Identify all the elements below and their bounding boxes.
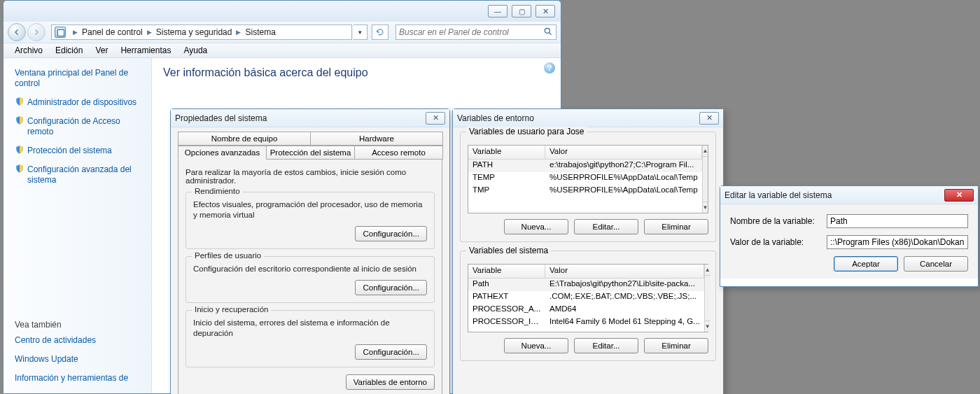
admin-hint: Para realizar la mayoría de estos cambio… — [186, 168, 435, 185]
sidebar-item-label: Configuración de Acceso remoto — [27, 116, 120, 136]
scrollbar[interactable]: ▲ ▼ — [702, 146, 708, 213]
minimize-button[interactable]: — — [488, 5, 507, 17]
list-item[interactable]: TEMP %USERPROFILE%\AppData\Local\Temp — [468, 172, 702, 185]
chevron-right-icon: ▶ — [236, 29, 241, 36]
startup-settings-button[interactable]: Configuración... — [355, 344, 427, 360]
nav-row: ▶ Panel de control ▶ Sistema y seguridad… — [4, 22, 561, 43]
group-legend: Perfiles de usuario — [192, 251, 264, 260]
menu-edicion[interactable]: Edición — [50, 44, 88, 57]
dialog-title: Propiedades del sistema — [175, 113, 267, 123]
sidebar-home-link[interactable]: Ventana principal del Panel de control — [15, 65, 141, 92]
list-item[interactable]: PROCESSOR_ID... Intel64 Family 6 Model 6… — [468, 316, 704, 329]
list-item[interactable]: PROCESSOR_A... AMD64 — [468, 304, 704, 316]
list-item[interactable]: PATH e:\trabajos\git\python27;C:\Program… — [468, 160, 702, 172]
user-vars-group: Variables de usuario para Jose Variable … — [460, 132, 716, 242]
refresh-icon — [376, 28, 384, 36]
cancel-button[interactable]: Cancelar — [904, 256, 968, 272]
system-vars-list[interactable]: Variable Valor Path E:\Trabajos\git\pyth… — [468, 264, 708, 332]
crumb-2[interactable]: Sistema — [245, 27, 275, 37]
profiles-settings-button[interactable]: Configuración... — [355, 280, 427, 295]
var-value-input[interactable] — [827, 235, 968, 249]
scroll-down-icon[interactable]: ▼ — [705, 321, 710, 332]
scrollbar[interactable]: ▲ ▼ — [704, 265, 710, 332]
shield-icon — [15, 115, 24, 125]
sys-delete-button[interactable]: Eliminar — [644, 338, 708, 353]
list-item[interactable]: Path E:\Trabajos\git\python27\Lib\site-p… — [468, 279, 704, 291]
breadcrumb[interactable]: ▶ Panel de control ▶ Sistema y seguridad… — [51, 24, 352, 40]
user-edit-button[interactable]: Editar... — [574, 219, 638, 234]
menu-archivo[interactable]: Archivo — [9, 44, 48, 57]
see-also-info-tools[interactable]: Información y herramientas de — [15, 370, 141, 386]
sidebar-device-manager[interactable]: Administrador de dispositivos — [15, 94, 141, 111]
col-value[interactable]: Valor — [545, 265, 704, 278]
system-properties-dialog: Propiedades del sistema ✕ Nombre de equi… — [170, 108, 450, 394]
menubar: Archivo Edición Ver Herramientas Ayuda — [4, 43, 561, 58]
var-name-input[interactable] — [827, 214, 968, 228]
sidebar-item-label: Protección del sistema — [27, 146, 112, 155]
user-new-button[interactable]: Nueva... — [504, 219, 568, 234]
close-button[interactable]: ✕ — [944, 189, 974, 202]
tab-advanced[interactable]: Opciones avanzadas — [178, 146, 267, 160]
sys-edit-button[interactable]: Editar... — [574, 338, 638, 353]
sidebar-item-label: Administrador de dispositivos — [27, 97, 136, 107]
performance-settings-button[interactable]: Configuración... — [355, 226, 427, 241]
user-vars-list[interactable]: Variable Valor PATH e:\trabajos\git\pyth… — [468, 145, 708, 213]
chevron-right-icon: ▶ — [147, 29, 152, 36]
shield-icon — [15, 97, 24, 106]
forward-button[interactable] — [27, 23, 46, 41]
menu-herramientas[interactable]: Herramientas — [115, 44, 176, 57]
search-box[interactable] — [396, 24, 556, 40]
sidebar-advanced-settings[interactable]: Configuración avanzada del sistema — [15, 162, 141, 188]
chevron-right-icon: ▶ — [73, 29, 78, 36]
arrow-right-icon — [32, 28, 41, 36]
list-item[interactable]: TMP %USERPROFILE%\AppData\Local\Temp — [468, 185, 702, 197]
scroll-up-icon[interactable]: ▲ — [703, 146, 708, 157]
startup-group: Inicio y recuperación Inicio del sistema… — [186, 310, 435, 367]
ok-button[interactable]: Aceptar — [834, 256, 898, 272]
tab-hardware[interactable]: Hardware — [310, 132, 443, 146]
tab-remote[interactable]: Acceso remoto — [354, 146, 443, 160]
shield-icon — [15, 145, 24, 155]
group-desc: Inicio del sistema, errores del sistema … — [193, 318, 427, 339]
user-delete-button[interactable]: Eliminar — [644, 219, 708, 234]
group-legend: Variables del sistema — [466, 246, 551, 255]
control-panel-icon — [55, 27, 66, 38]
close-button[interactable]: ✕ — [426, 112, 445, 125]
col-variable[interactable]: Variable — [468, 265, 545, 278]
see-also-windows-update[interactable]: Windows Update — [15, 351, 141, 367]
col-value[interactable]: Valor — [545, 146, 702, 159]
back-button[interactable] — [8, 23, 26, 41]
svg-point-0 — [545, 28, 550, 33]
menu-ver[interactable]: Ver — [90, 44, 113, 57]
see-also-heading: Vea también — [15, 311, 141, 330]
maximize-button[interactable]: ▢ — [512, 5, 531, 17]
scroll-up-icon[interactable]: ▲ — [705, 265, 710, 276]
user-profiles-group: Perfiles de usuario Configuración del es… — [186, 256, 435, 303]
sidebar-system-protection[interactable]: Protección del sistema — [15, 143, 141, 159]
dialog-titlebar: Variables de entorno ✕ — [453, 109, 723, 127]
dialog-titlebar: Propiedades del sistema ✕ — [171, 109, 449, 127]
shield-icon — [15, 164, 24, 174]
menu-ayuda[interactable]: Ayuda — [178, 44, 213, 57]
breadcrumb-dropdown[interactable]: ▾ — [354, 24, 368, 40]
group-legend: Inicio y recuperación — [192, 305, 271, 314]
see-also-action-center[interactable]: Centro de actividades — [15, 332, 141, 349]
col-variable[interactable]: Variable — [468, 146, 545, 159]
sidebar-remote-access[interactable]: Configuración de Acceso remoto — [15, 113, 141, 140]
crumb-1[interactable]: Sistema y seguridad — [156, 27, 232, 37]
dialog-title: Editar la variable del sistema — [724, 190, 832, 200]
close-button[interactable]: ✕ — [536, 5, 555, 17]
window-titlebar: — ▢ ✕ — [4, 1, 561, 22]
search-input[interactable] — [399, 27, 540, 37]
list-item[interactable]: PATHEXT .COM;.EXE;.BAT;.CMD;.VBS;.VBE;.J… — [468, 291, 704, 304]
crumb-0[interactable]: Panel de control — [82, 27, 143, 37]
tab-system-protection[interactable]: Protección del sistema — [266, 146, 355, 160]
tab-computer-name[interactable]: Nombre de equipo — [178, 132, 311, 146]
close-button[interactable]: ✕ — [699, 112, 719, 125]
refresh-button[interactable] — [372, 24, 388, 40]
scroll-down-icon[interactable]: ▼ — [703, 202, 708, 213]
search-icon[interactable] — [543, 27, 553, 38]
env-vars-button[interactable]: Variables de entorno — [346, 374, 435, 390]
sys-new-button[interactable]: Nueva... — [504, 338, 568, 353]
help-icon[interactable]: ? — [544, 62, 555, 73]
